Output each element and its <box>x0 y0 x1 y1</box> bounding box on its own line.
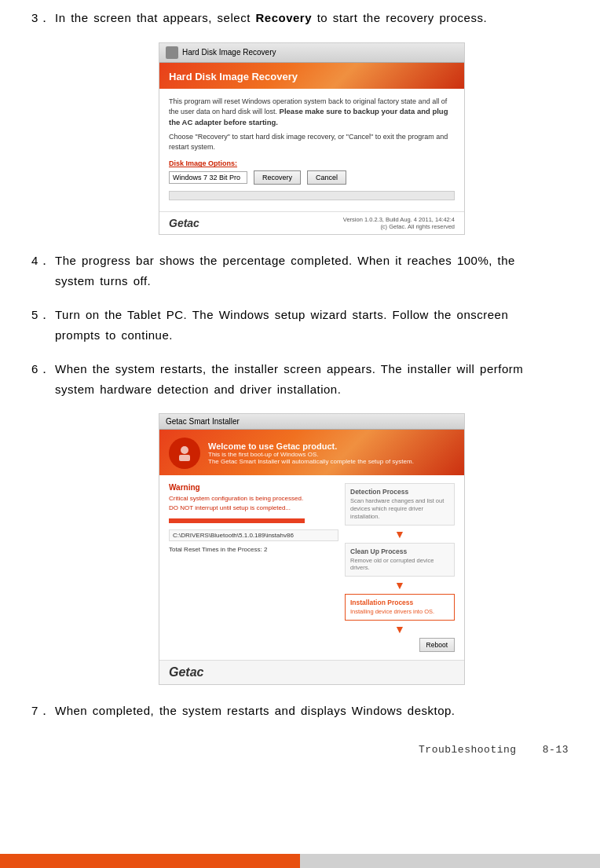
step-6: 6． When the system restarts, the install… <box>31 359 569 399</box>
gsi-header-icon <box>169 438 200 469</box>
hdir-screenshot: Hard Disk Image Recovery Hard Disk Image… <box>159 42 465 236</box>
hdir-cancel-button[interactable]: Cancel <box>307 170 346 185</box>
gsi-path: C:\DRIVERS\Bluetooth\5.1.0.189\instahv86 <box>169 529 338 541</box>
gsi-installation-box: Installation Process Installing device d… <box>345 594 455 621</box>
hdir-options-label: Disk Image Options: <box>169 159 455 167</box>
step-6-number: 6． <box>31 359 55 399</box>
step-4: 4． The progress bar shows the percentage… <box>31 251 569 291</box>
gsi-warning-line2: DO NOT interrupt until setup is complete… <box>169 504 338 512</box>
gsi-arrow-3: ▼ <box>345 624 455 635</box>
gsi-window-title: Getac Smart Installer <box>166 417 240 426</box>
gsi-arrow-1: ▼ <box>345 529 455 540</box>
gsi-installation-desc: Installing device drivers into OS. <box>350 608 449 616</box>
gsi-detection-desc: Scan hardware changes and list out devic… <box>350 497 449 520</box>
hdir-header: Hard Disk Image Recovery <box>159 63 464 89</box>
gsi-warning-text: Critical system configuration is being p… <box>169 494 338 511</box>
hdir-header-title: Hard Disk Image Recovery <box>169 71 298 82</box>
step-5-text: Turn on the Tablet PC. The Windows setup… <box>55 305 569 345</box>
gsi-left-panel: Warning Critical system configuration is… <box>169 483 338 652</box>
hdir-footer-version: Version 1.0.2.3, Build Aug. 4 2011, 14:4… <box>343 216 455 230</box>
recovery-keyword: Recovery <box>255 11 312 24</box>
gsi-installation-title: Installation Process <box>350 599 449 606</box>
step-5: 5． Turn on the Tablet PC. The Windows se… <box>31 305 569 345</box>
step-7-text: When completed, the system restarts and … <box>55 701 569 721</box>
step-7-number: 7． <box>31 701 55 721</box>
gsi-detection-box: Detection Process Scan hardware changes … <box>345 483 455 525</box>
gsi-red-bar <box>169 518 305 523</box>
hdir-footer: Getac Version 1.0.2.3, Build Aug. 4 2011… <box>159 211 464 234</box>
gsi-cleanup-title: Clean Up Process <box>350 548 449 555</box>
step-7: 7． When completed, the system restarts a… <box>31 701 569 721</box>
gsi-screenshot-container: Getac Smart Installer Welcome to use Get… <box>55 413 569 685</box>
bottom-bar <box>0 854 600 868</box>
gsi-header-desc1: This is the first boot-up of Windows OS. <box>208 451 414 458</box>
gsi-header: Welcome to use Getac product. This is th… <box>159 430 464 475</box>
gsi-right-panel: Detection Process Scan hardware changes … <box>345 483 455 652</box>
gsi-warning-line1: Critical system configuration is being p… <box>169 494 338 503</box>
gsi-welcome-title: Welcome to use Getac product. <box>208 441 414 451</box>
gsi-footer-logo: Getac <box>169 665 455 679</box>
hdir-title-bar: Hard Disk Image Recovery <box>159 43 464 63</box>
step-4-number: 4． <box>31 251 55 291</box>
gsi-detection-title: Detection Process <box>350 488 449 496</box>
gsi-title-bar: Getac Smart Installer <box>159 414 464 430</box>
hdir-warning-text: This program will reset Windows operatio… <box>169 97 455 128</box>
step-3: 3． In the screen that appears, select Re… <box>31 8 569 28</box>
gsi-cleanup-desc: Remove old or corrupted device drivers. <box>350 557 449 573</box>
hdir-body: This program will reset Windows operatio… <box>159 89 464 212</box>
step-3-text-after: to start the recovery process. <box>312 11 487 24</box>
step-3-text-before: In the screen that appears, select <box>55 11 255 24</box>
gsi-cleanup-box: Clean Up Process Remove old or corrupted… <box>345 543 455 577</box>
gsi-header-text: Welcome to use Getac product. This is th… <box>208 441 414 465</box>
page-section: Troubleshooting 8-13 <box>419 744 569 756</box>
svg-rect-1 <box>179 455 190 461</box>
gsi-arrow-2: ▼ <box>345 580 455 591</box>
hdir-window-title: Hard Disk Image Recovery <box>182 48 276 57</box>
gsi-screenshot: Getac Smart Installer Welcome to use Get… <box>159 413 465 685</box>
hdir-controls: Windows 7 32 Bit Pro Recovery Cancel <box>169 170 455 185</box>
svg-point-0 <box>181 446 188 454</box>
gsi-body: Warning Critical system configuration is… <box>159 475 464 660</box>
hdir-progress-bar <box>169 191 455 200</box>
hdir-screenshot-container: Hard Disk Image Recovery Hard Disk Image… <box>55 42 569 236</box>
hdir-choose-text: Choose "Recovery" to start hard disk ima… <box>169 132 455 152</box>
gsi-total: Total Reset Times in the Process: 2 <box>169 546 338 553</box>
page-footer: Troubleshooting 8-13 <box>31 744 569 756</box>
hdir-dropdown[interactable]: Windows 7 32 Bit Pro <box>169 171 247 184</box>
step-3-text: In the screen that appears, select Recov… <box>55 8 569 28</box>
step-4-text: The progress bar shows the percentage co… <box>55 251 569 291</box>
hdir-footer-logo: Getac <box>169 217 199 229</box>
gsi-footer: Getac <box>159 660 464 684</box>
hdir-recovery-button[interactable]: Recovery <box>254 170 301 185</box>
step-3-number: 3． <box>31 8 55 28</box>
step-6-text: When the system restarts, the installer … <box>55 359 569 399</box>
hdir-window-icon <box>166 46 178 59</box>
step-5-number: 5． <box>31 305 55 345</box>
gsi-header-desc2: The Getac Smart Installer will automatic… <box>208 458 414 465</box>
gsi-reboot-button[interactable]: Reboot <box>419 638 455 652</box>
gsi-warning-title: Warning <box>169 483 338 492</box>
